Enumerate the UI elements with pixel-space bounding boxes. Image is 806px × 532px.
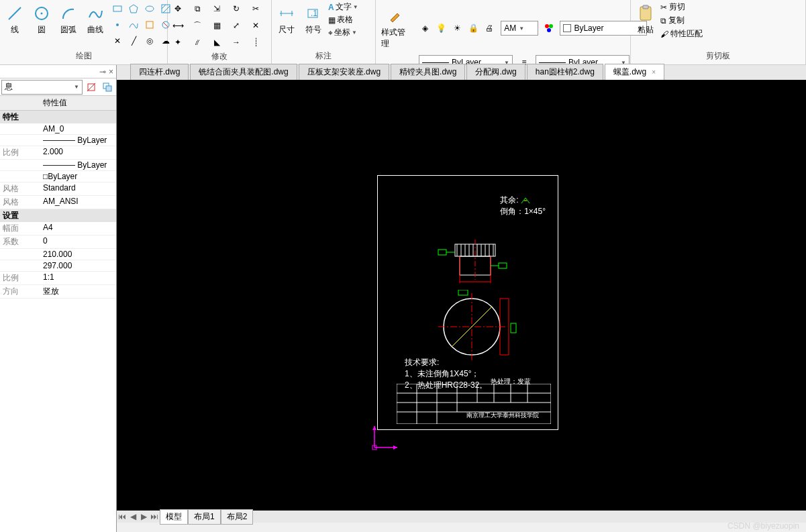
prop-row[interactable]: 幅面A4	[0, 222, 116, 235]
tab-layout2[interactable]: 布局2	[221, 509, 254, 525]
extend-icon[interactable]: →	[229, 35, 244, 50]
group-label-modify: 修改	[170, 50, 268, 64]
circle-button[interactable]: 圆	[30, 1, 54, 38]
next-tab-button[interactable]: ▶	[138, 512, 149, 521]
text-button[interactable]: A文字▼	[328, 1, 358, 13]
layout-tabs: ⏮ ◀ ▶ ⏭ 模型 布局1 布局2	[117, 511, 806, 523]
prop-row[interactable]: 比例1:1	[0, 272, 116, 285]
mirror-icon[interactable]: ⟷	[170, 18, 185, 33]
tab-layout1[interactable]: 布局1	[188, 509, 221, 525]
stretch-icon[interactable]: ⇲	[209, 1, 224, 16]
xline-icon[interactable]: ✕	[110, 34, 125, 48]
drawing-canvas[interactable]: 其余: 倒角：1×45°	[117, 80, 806, 512]
prop-row[interactable]: ———— ByLayer	[0, 135, 116, 146]
section-settings: 设置	[0, 209, 116, 222]
prop-row[interactable]: 297.000	[0, 260, 116, 272]
chamfer-icon[interactable]: ◣	[209, 35, 224, 50]
copy-icon[interactable]: ⧉	[190, 1, 205, 16]
dimension-button[interactable]: 尺寸	[274, 1, 299, 38]
sun-icon[interactable]: ☀	[450, 21, 464, 36]
print-icon[interactable]: 🖨	[482, 21, 497, 36]
doc-tab[interactable]: 分配阀.dwg	[466, 64, 525, 80]
table-button[interactable]: ▦表格	[328, 14, 358, 25]
close-icon[interactable]: ×	[652, 68, 656, 76]
prop-row[interactable]: 风格AM_ANSI	[0, 196, 116, 209]
array-icon[interactable]: ▦	[209, 18, 224, 33]
tab-model[interactable]: 模型	[160, 509, 188, 525]
prev-tab-button[interactable]: ◀	[128, 512, 138, 521]
ray-icon[interactable]: ╱	[126, 34, 141, 48]
layer-icon[interactable]: ◈	[417, 21, 432, 36]
arc-button[interactable]: 圆弧	[56, 1, 81, 38]
prop-row[interactable]: □ByLayer	[0, 171, 116, 182]
brush-icon	[387, 7, 405, 25]
svg-text:.1: .1	[311, 9, 317, 18]
color-picker-icon[interactable]	[542, 21, 556, 36]
style-mgr-label: 样式管理	[381, 27, 411, 50]
rect-icon[interactable]	[110, 1, 125, 16]
doc-tab[interactable]: 铣结合面夹具装配图.dwg	[190, 64, 297, 80]
trim-icon[interactable]: ✂	[248, 1, 263, 16]
prop-row[interactable]: 方向竖放	[0, 285, 116, 299]
prop-row[interactable]: 210.000	[0, 249, 116, 260]
point-icon[interactable]	[110, 17, 125, 32]
svg-rect-57	[511, 323, 516, 333]
polygon-icon[interactable]	[126, 1, 141, 16]
lock-icon[interactable]: 🔒	[466, 21, 481, 36]
offset-icon[interactable]: ⫽	[190, 35, 205, 50]
prop-row[interactable]: AM_0	[0, 123, 116, 135]
curve-button[interactable]: 曲线	[83, 1, 107, 38]
ellipse-icon[interactable]	[142, 1, 157, 16]
col-value: 特性值	[40, 96, 70, 110]
svg-point-2	[41, 13, 43, 15]
copy-button[interactable]: ⧉复制	[660, 15, 703, 26]
erase-icon[interactable]: ✕	[248, 18, 263, 33]
spline-icon[interactable]	[126, 17, 141, 32]
arc-icon	[59, 4, 78, 23]
selection-combo[interactable]: 息▼	[1, 80, 83, 95]
first-tab-button[interactable]: ⏮	[117, 512, 128, 521]
doc-tab[interactable]: 压板支架安装座.dwg	[299, 64, 389, 80]
style-mgr-button[interactable]: 样式管理	[379, 4, 413, 52]
prop-row[interactable]: 风格Standard	[0, 182, 116, 196]
filter-icon[interactable]	[84, 80, 99, 95]
dim-label: 尺寸	[279, 24, 295, 36]
scale-icon[interactable]: ⤢	[229, 18, 244, 33]
quickselect-icon[interactable]	[100, 80, 115, 95]
document-tabs: 四连杆.dwg铣结合面夹具装配图.dwg压板支架安装座.dwg精镗夹具图.dwg…	[117, 65, 806, 80]
rotate-icon[interactable]: ↻	[229, 1, 244, 16]
doc-tab[interactable]: han圆柱销2.dwg	[527, 64, 603, 80]
doc-tab[interactable]: 四连杆.dwg	[130, 64, 189, 80]
tech-req-title: 技术要求:	[405, 357, 487, 368]
match-button[interactable]: 🖌特性匹配	[660, 28, 703, 40]
last-tab-button[interactable]: ⏭	[149, 512, 160, 521]
line-label: 线	[11, 24, 19, 36]
line-button[interactable]: 线	[3, 1, 27, 38]
circle-label: 圆	[38, 24, 46, 36]
pin-icon[interactable]: ⊸	[99, 67, 106, 76]
svg-point-9	[116, 23, 119, 26]
close-icon[interactable]: ×	[109, 67, 113, 76]
donut-icon[interactable]: ◎	[142, 34, 157, 48]
move-icon[interactable]: ✥	[170, 1, 185, 16]
explode-icon[interactable]: ✦	[170, 35, 185, 50]
note-rest: 其余:	[500, 195, 518, 205]
group-label-annotate: 标注	[274, 49, 372, 63]
symbol-button[interactable]: .1 符号	[301, 1, 325, 38]
doc-tab[interactable]: 螺盖.dwg×	[605, 64, 664, 80]
doc-tab[interactable]: 精镗夹具图.dwg	[391, 64, 465, 80]
prop-row[interactable]: 系数0	[0, 235, 116, 249]
fillet-icon[interactable]: ⌒	[190, 18, 205, 33]
coord-button[interactable]: ⌖坐标▼	[328, 27, 358, 38]
prop-row[interactable]: ———— ByLayer	[0, 160, 116, 171]
layer-combo[interactable]: AM▼	[501, 21, 538, 36]
region-icon[interactable]	[142, 17, 157, 32]
paste-button[interactable]: 粘贴	[634, 1, 658, 38]
prop-row[interactable]: 比例2.000	[0, 146, 116, 160]
cut-button[interactable]: ✂剪切	[660, 1, 703, 13]
break-icon[interactable]: ┊	[248, 35, 263, 50]
bulb-icon[interactable]: 💡	[434, 21, 448, 36]
dimension-icon	[277, 4, 296, 23]
svg-marker-4	[130, 5, 138, 13]
ucs-icon	[369, 422, 403, 456]
